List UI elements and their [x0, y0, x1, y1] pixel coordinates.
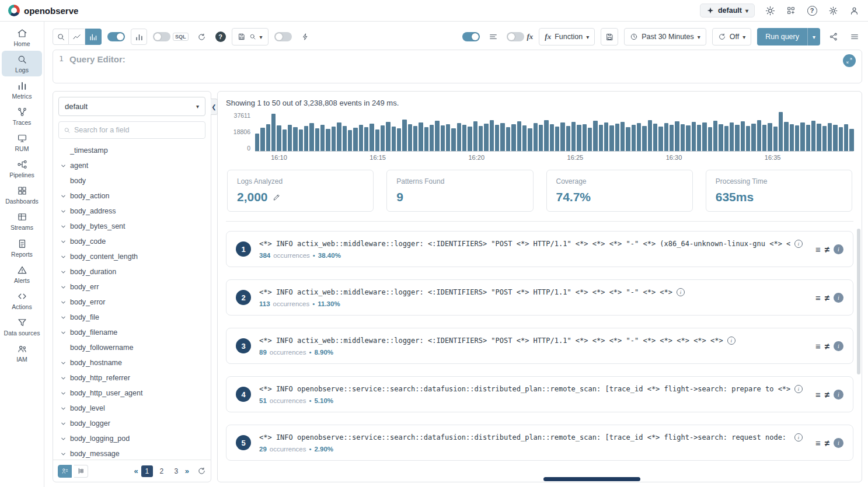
histogram-bar[interactable]	[702, 122, 706, 151]
include-filter-icon[interactable]: ≡	[815, 342, 821, 351]
histogram-bar[interactable]	[320, 125, 325, 151]
info-icon[interactable]: i	[794, 240, 803, 248]
histogram-bar[interactable]	[615, 124, 619, 151]
exclude-filter-icon[interactable]: ≠	[825, 439, 829, 447]
pagination-page-2[interactable]: 2	[156, 465, 168, 477]
pattern-info-icon[interactable]: i	[834, 244, 843, 254]
field-row[interactable]: body	[53, 173, 211, 188]
pagination-first-button[interactable]: «	[134, 467, 138, 475]
collapse-panel-handle[interactable]: ❮	[211, 99, 218, 115]
histogram-view-button[interactable]	[85, 29, 102, 45]
histogram-bar[interactable]	[571, 122, 576, 151]
menu-button[interactable]	[847, 29, 862, 44]
histogram-bar[interactable]	[522, 125, 527, 151]
histogram-bar[interactable]	[828, 123, 832, 151]
histogram-bar[interactable]	[599, 125, 603, 151]
sidebar-item-alerts[interactable]: Alerts	[2, 261, 42, 287]
histogram-bar[interactable]	[381, 125, 385, 151]
query-editor[interactable]: 1 Query Editor:	[53, 50, 862, 83]
histogram-bar[interactable]	[844, 124, 848, 151]
histogram-bar[interactable]	[266, 124, 270, 151]
histogram-bar[interactable]	[811, 121, 815, 151]
histogram-bar[interactable]	[550, 124, 554, 151]
histogram-bar[interactable]	[588, 128, 592, 151]
histogram-bar[interactable]	[506, 127, 510, 151]
histogram-bar[interactable]	[637, 123, 641, 151]
histogram-bar[interactable]	[364, 127, 368, 151]
saved-views-dropdown[interactable]: ▾	[232, 28, 269, 45]
histogram-bar[interactable]	[271, 114, 276, 151]
field-search-input[interactable]	[74, 126, 200, 134]
run-query-caret-button[interactable]: ▾	[807, 28, 820, 45]
refresh-fields-button[interactable]	[197, 467, 206, 475]
histogram-bars[interactable]	[255, 112, 853, 152]
pattern-row[interactable]: 1 <*> INFO actix_web::middleware::logger…	[226, 231, 853, 267]
chevron-down-icon[interactable]	[59, 284, 67, 290]
histogram-bar[interactable]	[577, 125, 581, 151]
chevron-down-icon[interactable]	[59, 405, 67, 412]
histogram-bar[interactable]	[686, 125, 690, 151]
vertical-scrollbar-thumb[interactable]	[857, 229, 860, 374]
field-row[interactable]: body_action	[53, 188, 211, 204]
histogram-bar[interactable]	[751, 124, 755, 151]
histogram-bar[interactable]	[446, 124, 450, 151]
histogram-bar[interactable]	[839, 127, 843, 151]
field-row[interactable]: agent	[53, 158, 211, 173]
pattern-row[interactable]: 4 <*> INFO openobserve::service::search:…	[226, 376, 853, 412]
expand-editor-button[interactable]	[843, 54, 856, 67]
run-query-button[interactable]: Run query	[757, 28, 807, 45]
histogram-bar[interactable]	[762, 125, 766, 151]
histogram-bar[interactable]	[337, 122, 341, 151]
chevron-down-icon[interactable]	[59, 330, 67, 336]
histogram-bar[interactable]	[670, 125, 674, 151]
user-profile-icon[interactable]	[848, 5, 860, 16]
chevron-down-icon[interactable]	[59, 193, 67, 199]
include-filter-icon[interactable]: ≡	[815, 439, 821, 447]
histogram-bar[interactable]	[528, 128, 532, 151]
histogram-bar[interactable]	[800, 122, 804, 151]
histogram-bar[interactable]	[790, 124, 794, 151]
field-row[interactable]: body_content_length	[53, 249, 211, 264]
histogram-bar[interactable]	[402, 120, 406, 151]
histogram-bar[interactable]	[277, 125, 281, 151]
field-row[interactable]: body_level	[53, 401, 211, 416]
field-row[interactable]: body_file	[53, 310, 211, 325]
wrap-lines-toggle[interactable]	[462, 32, 480, 41]
histogram-bar[interactable]	[653, 124, 657, 151]
pattern-row[interactable]: 3 <*> INFO actix_web::middleware::logger…	[226, 328, 853, 364]
function-toggle[interactable]	[507, 32, 524, 41]
chevron-down-icon[interactable]	[59, 314, 67, 321]
sql-mode-toggle[interactable]	[153, 32, 170, 41]
field-row[interactable]: body_bytes_sent	[53, 219, 211, 234]
field-row[interactable]: _timestamp	[53, 143, 211, 158]
field-row[interactable]: body_filename	[53, 325, 211, 340]
field-row[interactable]: body_message	[53, 446, 211, 460]
histogram-bar[interactable]	[484, 124, 488, 151]
sidebar-item-pipelines[interactable]: Pipelines	[2, 156, 42, 181]
sidebar-item-metrics[interactable]: Metrics	[2, 77, 42, 103]
histogram-bar[interactable]	[283, 129, 287, 151]
histogram-bar[interactable]	[419, 122, 423, 151]
histogram-bar[interactable]	[473, 121, 477, 151]
chevron-down-icon[interactable]	[59, 375, 67, 381]
chevron-down-icon[interactable]	[59, 451, 67, 457]
pattern-info-icon[interactable]: i	[834, 293, 843, 303]
save-function-button[interactable]	[601, 28, 618, 45]
histogram-bar[interactable]	[593, 121, 597, 151]
field-row[interactable]: body_hostname	[53, 355, 211, 370]
field-row[interactable]: body_code	[53, 234, 211, 249]
histogram-bar[interactable]	[806, 125, 810, 151]
histogram-bar[interactable]	[326, 129, 330, 151]
histogram-bar[interactable]	[768, 123, 772, 151]
histogram-bar[interactable]	[435, 121, 439, 151]
exclude-filter-icon[interactable]: ≠	[825, 245, 829, 254]
chevron-down-icon[interactable]	[59, 360, 67, 366]
edit-pencil-icon[interactable]	[273, 193, 281, 201]
histogram-bar[interactable]	[386, 122, 390, 151]
sidebar-item-traces[interactable]: Traces	[2, 103, 42, 129]
sidebar-item-home[interactable]: Home	[2, 24, 42, 50]
time-range-dropdown[interactable]: Past 30 Minutes ▾	[624, 28, 706, 45]
histogram-bar[interactable]	[517, 121, 521, 151]
theme-toggle-icon[interactable]	[764, 5, 776, 16]
histogram-bar[interactable]	[255, 134, 259, 151]
